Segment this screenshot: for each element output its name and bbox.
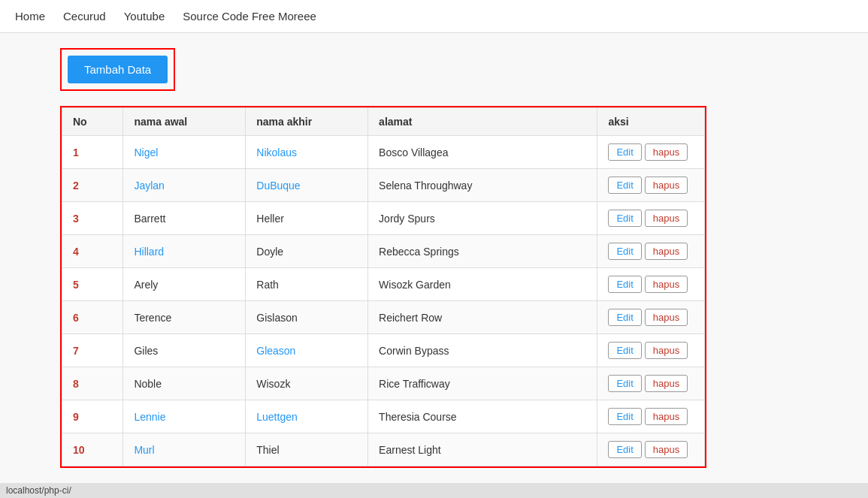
cell-nama-awal: Noble	[123, 367, 246, 400]
edit-button[interactable]: Edit	[608, 441, 641, 458]
tambah-data-area: Tambah Data	[60, 48, 175, 91]
edit-button[interactable]: Edit	[608, 342, 641, 359]
cell-nama-akhir: Rath	[246, 268, 368, 301]
cell-nama-awal: Arely	[123, 268, 246, 301]
hapus-button[interactable]: hapus	[645, 408, 688, 425]
cell-aksi: Edithapus	[597, 136, 705, 169]
table-row: 7GilesGleasonCorwin BypassEdithapus	[62, 334, 705, 367]
col-header-nama-awal: nama awal	[123, 108, 246, 136]
main-content: Tambah Data No nama awal nama akhir alam…	[0, 33, 868, 498]
cell-alamat: Bosco Villagea	[368, 136, 597, 169]
cell-no: 10	[62, 433, 123, 466]
table-row: 1NigelNikolausBosco VillageaEdithapus	[62, 136, 705, 169]
nav-cecurud[interactable]: Cecurud	[63, 7, 106, 26]
cell-alamat: Earnest Light	[368, 433, 597, 466]
cell-alamat: Corwin Bypass	[368, 334, 597, 367]
cell-no: 6	[62, 301, 123, 334]
edit-button[interactable]: Edit	[608, 309, 641, 326]
edit-button[interactable]: Edit	[608, 243, 641, 260]
cell-aksi: Edithapus	[597, 334, 705, 367]
edit-button[interactable]: Edit	[608, 276, 641, 293]
cell-nama-akhir: Heller	[246, 202, 368, 235]
edit-button[interactable]: Edit	[608, 143, 641, 161]
status-bar: localhost/php-ci/	[0, 483, 868, 498]
cell-aksi: Edithapus	[597, 268, 705, 301]
cell-alamat: Rebecca Springs	[368, 235, 597, 268]
cell-nama-awal: Lennie	[123, 400, 246, 433]
cell-nama-akhir: Nikolaus	[246, 136, 368, 169]
cell-aksi: Edithapus	[597, 433, 705, 466]
cell-no: 2	[62, 169, 123, 202]
hapus-button[interactable]: hapus	[645, 177, 688, 194]
table-row: 2JaylanDuBuqueSelena ThroughwayEdithapus	[62, 169, 705, 202]
table-row: 9LennieLuettgenTheresia CourseEdithapus	[62, 400, 705, 433]
hapus-button[interactable]: hapus	[645, 243, 688, 260]
col-header-no: No	[62, 108, 123, 136]
col-header-alamat: alamat	[368, 108, 597, 136]
cell-alamat: Reichert Row	[368, 301, 597, 334]
cell-no: 5	[62, 268, 123, 301]
col-header-aksi: aksi	[597, 108, 705, 136]
cell-no: 4	[62, 235, 123, 268]
table-row: 10MurlThielEarnest LightEdithapus	[62, 433, 705, 466]
cell-nama-akhir: DuBuque	[246, 169, 368, 202]
edit-button[interactable]: Edit	[608, 408, 641, 425]
tambah-data-button[interactable]: Tambah Data	[68, 56, 168, 83]
cell-nama-akhir: Luettgen	[246, 400, 368, 433]
table-row: 8NobleWisozkRice TrafficwayEdithapus	[62, 367, 705, 400]
cell-nama-awal: Hillard	[123, 235, 246, 268]
cell-nama-awal: Terence	[123, 301, 246, 334]
hapus-button[interactable]: hapus	[645, 276, 688, 293]
cell-alamat: Selena Throughway	[368, 169, 597, 202]
cell-alamat: Theresia Course	[368, 400, 597, 433]
cell-alamat: Rice Trafficway	[368, 367, 597, 400]
hapus-button[interactable]: hapus	[645, 143, 688, 161]
edit-button[interactable]: Edit	[608, 177, 641, 194]
col-header-nama-akhir: nama akhir	[246, 108, 368, 136]
cell-aksi: Edithapus	[597, 235, 705, 268]
navbar: Home Cecurud Youtube Source Code Free Mo…	[0, 0, 868, 33]
table-row: 4HillardDoyleRebecca SpringsEdithapus	[62, 235, 705, 268]
hapus-button[interactable]: hapus	[645, 375, 688, 392]
cell-aksi: Edithapus	[597, 367, 705, 400]
data-table: No nama awal nama akhir alamat aksi 1Nig…	[62, 107, 705, 466]
cell-no: 7	[62, 334, 123, 367]
cell-no: 9	[62, 400, 123, 433]
cell-aksi: Edithapus	[597, 301, 705, 334]
cell-nama-akhir: Wisozk	[246, 367, 368, 400]
cell-nama-awal: Giles	[123, 334, 246, 367]
hapus-button[interactable]: hapus	[645, 210, 688, 227]
table-row: 3BarrettHellerJordy SpursEdithapus	[62, 202, 705, 235]
cell-nama-awal: Murl	[123, 433, 246, 466]
cell-alamat: Jordy Spurs	[368, 202, 597, 235]
cell-nama-awal: Barrett	[123, 202, 246, 235]
edit-button[interactable]: Edit	[608, 375, 641, 392]
table-row: 6TerenceGislasonReichert RowEdithapus	[62, 301, 705, 334]
cell-aksi: Edithapus	[597, 169, 705, 202]
cell-nama-akhir: Gislason	[246, 301, 368, 334]
edit-button[interactable]: Edit	[608, 210, 641, 227]
nav-home[interactable]: Home	[15, 7, 45, 26]
hapus-button[interactable]: hapus	[645, 441, 688, 458]
data-table-wrapper: No nama awal nama akhir alamat aksi 1Nig…	[60, 106, 706, 468]
cell-no: 1	[62, 136, 123, 169]
nav-youtube[interactable]: Youtube	[124, 7, 165, 26]
cell-aksi: Edithapus	[597, 400, 705, 433]
cell-alamat: Wisozk Garden	[368, 268, 597, 301]
table-row: 5ArelyRathWisozk GardenEdithapus	[62, 268, 705, 301]
status-url: localhost/php-ci/	[6, 485, 71, 496]
nav-source-code[interactable]: Source Code Free Moreee	[183, 7, 316, 26]
cell-nama-akhir: Doyle	[246, 235, 368, 268]
cell-aksi: Edithapus	[597, 202, 705, 235]
cell-nama-akhir: Gleason	[246, 334, 368, 367]
cell-no: 8	[62, 367, 123, 400]
cell-nama-akhir: Thiel	[246, 433, 368, 466]
hapus-button[interactable]: hapus	[645, 309, 688, 326]
cell-no: 3	[62, 202, 123, 235]
cell-nama-awal: Jaylan	[123, 169, 246, 202]
hapus-button[interactable]: hapus	[645, 342, 688, 359]
cell-nama-awal: Nigel	[123, 136, 246, 169]
